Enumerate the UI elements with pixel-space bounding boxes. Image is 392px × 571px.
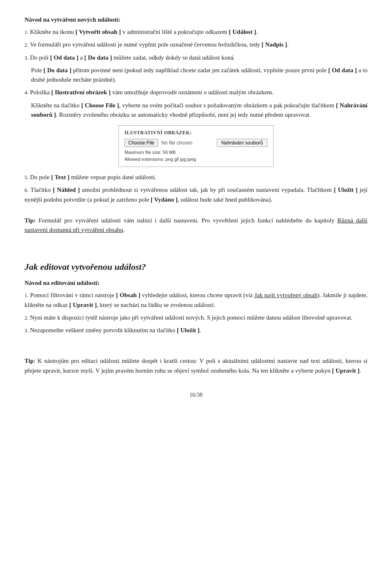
step2-text: Ve formuláři pro vytváření události je n… xyxy=(30,41,289,48)
tip1-section: Tip: Formulář pro vytváření událostí vám… xyxy=(24,216,368,235)
upload-button[interactable]: Nahrávání souborů xyxy=(217,139,267,147)
illustrative-image-box: ILUSTRATIVNÍ OBRÁZEK: Choose File No fil… xyxy=(118,125,274,167)
step4-cont: Klikněte na tlačítko [ Choose File ], vy… xyxy=(24,101,368,120)
tip2-body: : K nástrojům pro editaci události můžet… xyxy=(24,358,368,373)
file-upload-row: Choose File No file chosen Nahrávání sou… xyxy=(125,139,267,147)
file-info: Maximum file size: 56 MB Allowed extensi… xyxy=(125,149,267,162)
tip2-section: Tip: K nástrojům pro editaci události mů… xyxy=(24,356,368,375)
step1-text: Klikněte na ikonu [ Vytvořit obsah ] v a… xyxy=(30,29,258,35)
edit-step1-text: Pomocí filtrování v rámci nástroje [ Obs… xyxy=(24,292,368,308)
edit-step2-text: Nyní máte k dispozici tytéž nástroje jak… xyxy=(30,314,353,321)
tip1-link[interactable]: Různá další nastavení dostupná při vytvá… xyxy=(24,217,368,233)
edit-section: Návod na editování událostí: 1. Pomocí f… xyxy=(24,280,368,335)
step5: 5. Do pole [ Text ] můžete vepsat popis … xyxy=(24,173,368,182)
tip1-body: Formulář pro vytváření událostí vám nabí… xyxy=(24,217,368,233)
step5-num: 5. xyxy=(24,174,29,180)
tip2-text: Tip: K nástrojům pro editaci události mů… xyxy=(24,356,368,375)
step2-num: 2. xyxy=(24,42,29,48)
step3-num: 3. xyxy=(24,55,29,61)
extensions-text: Allowed extensions: png gif jpg jpeg xyxy=(125,156,267,163)
divider xyxy=(24,248,368,258)
step6-text: Tlačítko [ Náhled ] umožní prohlédnout s… xyxy=(24,187,368,202)
step3: 3. Do polí [ Od data ] a [ Do data ] můž… xyxy=(24,53,368,62)
step4-text2: Klikněte na tlačítko [ Choose File ], vy… xyxy=(31,102,368,118)
tip1-text: Tip: Formulář pro vytváření událostí vám… xyxy=(24,216,368,235)
step6-num: 6. xyxy=(24,187,29,193)
edit-step1-num: 1. xyxy=(24,292,29,298)
tip2-label: Tip xyxy=(24,358,33,364)
step3-cont: Pole [ Do data ] přitom povinné není (po… xyxy=(24,66,368,85)
edit-step3-text: Nezapomeňte veškeré změny potvrdit klikn… xyxy=(30,327,201,333)
step4-text1: Položka [ Ilustrativní obrázek ] vám umo… xyxy=(30,89,274,96)
image-box-label: ILUSTRATIVNÍ OBRÁZEK: xyxy=(125,130,267,136)
step3-text1: Do polí [ Od data ] a [ Do data ] můžete… xyxy=(30,54,235,61)
step1-num: 1. xyxy=(24,29,29,35)
main-heading-section: Návod na vytváření nových událostí: 1. K… xyxy=(24,16,368,204)
step2: 2. Ve formuláři pro vytváření události j… xyxy=(24,40,368,49)
step3-text2: Pole [ Do data ] přitom povinné není (po… xyxy=(31,67,368,83)
choose-file-button[interactable]: Choose File xyxy=(125,139,158,147)
max-size-text: Maximum file size: 56 MB xyxy=(125,149,267,156)
main-heading: Návod na vytváření nových událostí: xyxy=(24,16,368,23)
edit-step1: 1. Pomocí filtrování v rámci nástroje [ … xyxy=(24,291,368,310)
edit-step3: 3. Nezapomeňte veškeré změny potvrdit kl… xyxy=(24,326,368,335)
edit-section-title: Návod na editování událostí: xyxy=(24,280,368,287)
edit-step1-link[interactable]: Jak najít vytvořený obsah xyxy=(254,292,317,298)
edit-heading-italic: Jak editovat vytvořenou událost? xyxy=(24,262,368,272)
page-number: 16/38 xyxy=(24,392,368,398)
step1: 1. Klikněte na ikonu [ Vytvořit obsah ] … xyxy=(24,27,368,37)
step4: 4. Položka [ Ilustrativní obrázek ] vám … xyxy=(24,88,368,97)
step4-num: 4. xyxy=(24,89,29,96)
edit-step3-num: 3. xyxy=(24,327,29,333)
no-file-text: No file chosen xyxy=(161,140,192,146)
edit-step2: 2. Nyní máte k dispozici tytéž nástroje … xyxy=(24,313,368,322)
step6: 6. Tlačítko [ Náhled ] umožní prohlédnou… xyxy=(24,185,368,204)
divider2 xyxy=(24,347,368,356)
edit-step2-num: 2. xyxy=(24,315,29,321)
tip1-label: Tip: xyxy=(24,217,36,224)
step5-text: Do pole [ Text ] můžete vepsat popis dan… xyxy=(30,174,156,180)
